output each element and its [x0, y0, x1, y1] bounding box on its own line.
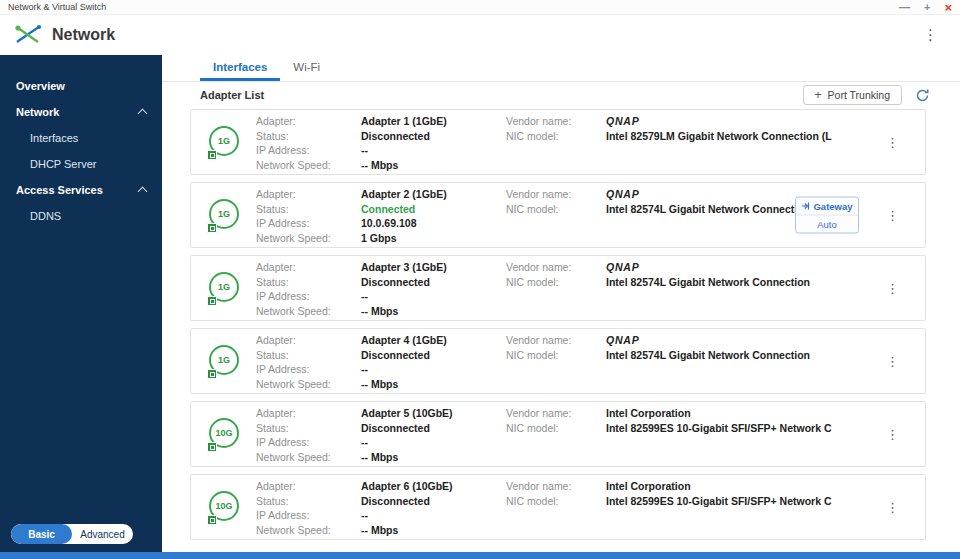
- adapter-menu-button[interactable]: ⋮: [882, 131, 903, 154]
- adapter-speed-value: -- Mbps: [361, 304, 506, 319]
- sidebar-item-interfaces[interactable]: Interfaces: [0, 125, 162, 151]
- status-field-label: Status:: [256, 421, 361, 436]
- tab-wifi[interactable]: Wi-Fi: [280, 55, 333, 81]
- speed-field-label: Network Speed:: [256, 158, 361, 173]
- adapter-status-value: Disconnected: [361, 129, 506, 144]
- vendor-field-label: Vendor name:: [506, 406, 606, 421]
- sidebar-item-ddns[interactable]: DDNS: [0, 203, 162, 229]
- minimize-button[interactable]: —: [899, 2, 910, 13]
- basic-toggle-button[interactable]: Basic: [11, 524, 72, 544]
- adapter-speed-badge-icon: 1G: [209, 199, 241, 231]
- nic-field-label: NIC model:: [506, 421, 606, 436]
- nic-field-label: NIC model:: [506, 129, 606, 144]
- adapter-status-value: Disconnected: [361, 421, 506, 436]
- speed-field-label: Network Speed:: [256, 377, 361, 392]
- adapter-card: 1G Adapter: Status: IP Address: Network …: [190, 328, 926, 394]
- adapter-speed-badge-label: 10G: [215, 501, 232, 511]
- adapter-speed-value: -- Mbps: [361, 377, 506, 392]
- adapter-status-value: Disconnected: [361, 275, 506, 290]
- adapter-name-value: Adapter 3 (1GbE): [361, 260, 506, 275]
- adapter-menu-button[interactable]: ⋮: [882, 204, 903, 227]
- vendor-field-label: Vendor name:: [506, 479, 606, 494]
- sidebar-item-overview[interactable]: Overview: [0, 73, 162, 99]
- sidebar-item-dhcp-server[interactable]: DHCP Server: [0, 151, 162, 177]
- sidebar-item-label: Network: [16, 106, 59, 118]
- adapter-field-label: Adapter:: [256, 406, 361, 421]
- speed-field-label: Network Speed:: [256, 523, 361, 538]
- tab-bar: Interfaces Wi-Fi: [162, 55, 960, 82]
- nic-model-value: Intel 82574L Gigabit Network Connection: [606, 348, 856, 363]
- adapter-speed-badge-icon: 10G: [209, 491, 241, 523]
- adapter-field-label: Adapter:: [256, 260, 361, 275]
- adapter-card: 1G Adapter: Status: IP Address: Network …: [190, 109, 926, 175]
- sidebar-item-label: DDNS: [30, 210, 61, 222]
- refresh-button[interactable]: [915, 88, 930, 103]
- adapter-name-value: Adapter 4 (1GbE): [361, 333, 506, 348]
- status-field-label: Status:: [256, 494, 361, 509]
- main-content: Interfaces Wi-Fi Adapter List + Port Tru…: [162, 55, 960, 552]
- adapter-ip-value: --: [361, 289, 506, 304]
- ip-field-label: IP Address:: [256, 362, 361, 377]
- nic-model-value: Intel 82599ES 10-Gigabit SFI/SFP+ Networ…: [606, 421, 856, 436]
- nic-field-label: NIC model:: [506, 494, 606, 509]
- speed-field-label: Network Speed:: [256, 304, 361, 319]
- speed-field-label: Network Speed:: [256, 450, 361, 465]
- ip-field-label: IP Address:: [256, 216, 361, 231]
- ethernet-port-icon: [207, 223, 217, 233]
- status-field-label: Status:: [256, 202, 361, 217]
- adapter-card: 10G Adapter: Status: IP Address: Network…: [190, 474, 926, 540]
- adapter-speed-badge-label: 1G: [218, 355, 230, 365]
- adapter-status-value: Disconnected: [361, 348, 506, 363]
- nic-field-label: NIC model:: [506, 275, 606, 290]
- plus-icon: +: [815, 90, 822, 100]
- nic-model-value: Intel 82579LM Gigabit Network Connection…: [606, 129, 856, 144]
- close-button[interactable]: ×: [944, 2, 952, 13]
- nic-model-value: Intel 82599ES 10-Gigabit SFI/SFP+ Networ…: [606, 494, 856, 509]
- kebab-menu-icon[interactable]: ⋮: [923, 26, 938, 44]
- mode-toggle[interactable]: Basic Advanced: [11, 524, 133, 544]
- sidebar-item-label: Overview: [16, 80, 65, 92]
- gateway-button[interactable]: Gateway Auto: [795, 197, 859, 234]
- sidebar-group-access-services[interactable]: Access Services: [0, 177, 162, 203]
- vendor-name-value: QNAP: [606, 333, 856, 348]
- adapter-menu-button[interactable]: ⋮: [882, 496, 903, 519]
- vendor-name-value: QNAP: [606, 260, 856, 275]
- adapter-field-label: Adapter:: [256, 114, 361, 129]
- adapter-field-label: Adapter:: [256, 479, 361, 494]
- adapter-menu-button[interactable]: ⋮: [882, 350, 903, 373]
- adapter-name-value: Adapter 1 (1GbE): [361, 114, 506, 129]
- gateway-auto-label: Auto: [796, 216, 858, 233]
- adapter-menu-button[interactable]: ⋮: [882, 423, 903, 446]
- adapter-ip-value: --: [361, 435, 506, 450]
- nic-field-label: NIC model:: [506, 348, 606, 363]
- ethernet-port-icon: [207, 296, 217, 306]
- adapter-list-title: Adapter List: [200, 89, 264, 101]
- adapter-fields: Adapter: Status: IP Address: Network Spe…: [256, 331, 856, 391]
- adapter-ip-value: --: [361, 508, 506, 523]
- port-trunking-label: Port Trunking: [828, 89, 890, 101]
- gateway-label: Gateway: [813, 201, 852, 212]
- adapter-fields: Adapter: Status: IP Address: Network Spe…: [256, 258, 856, 318]
- sidebar-group-network[interactable]: Network: [0, 99, 162, 125]
- gateway-icon: [801, 202, 810, 211]
- maximize-button[interactable]: +: [924, 2, 930, 13]
- adapter-card: 1G Adapter: Status: IP Address: Network …: [190, 255, 926, 321]
- sidebar-item-label: Interfaces: [30, 132, 78, 144]
- adapter-card: 1G Adapter: Status: IP Address: Network …: [190, 182, 926, 248]
- adapter-menu-button[interactable]: ⋮: [882, 277, 903, 300]
- adapter-speed-badge-label: 1G: [218, 136, 230, 146]
- adapter-speed-badge-icon: 10G: [209, 418, 241, 450]
- tab-interfaces[interactable]: Interfaces: [200, 55, 280, 81]
- advanced-toggle-button[interactable]: Advanced: [72, 524, 133, 544]
- port-trunking-button[interactable]: + Port Trunking: [803, 85, 902, 105]
- refresh-icon: [915, 88, 930, 103]
- nic-field-label: NIC model:: [506, 202, 606, 217]
- speed-field-label: Network Speed:: [256, 231, 361, 246]
- ip-field-label: IP Address:: [256, 435, 361, 450]
- adapter-speed-badge-label: 1G: [218, 209, 230, 219]
- adapter-speed-value: 1 Gbps: [361, 231, 506, 246]
- adapter-speed-badge-label: 1G: [218, 282, 230, 292]
- window-controls: — + ×: [899, 2, 952, 13]
- adapter-status-value: Connected: [361, 202, 506, 217]
- vendor-field-label: Vendor name:: [506, 187, 606, 202]
